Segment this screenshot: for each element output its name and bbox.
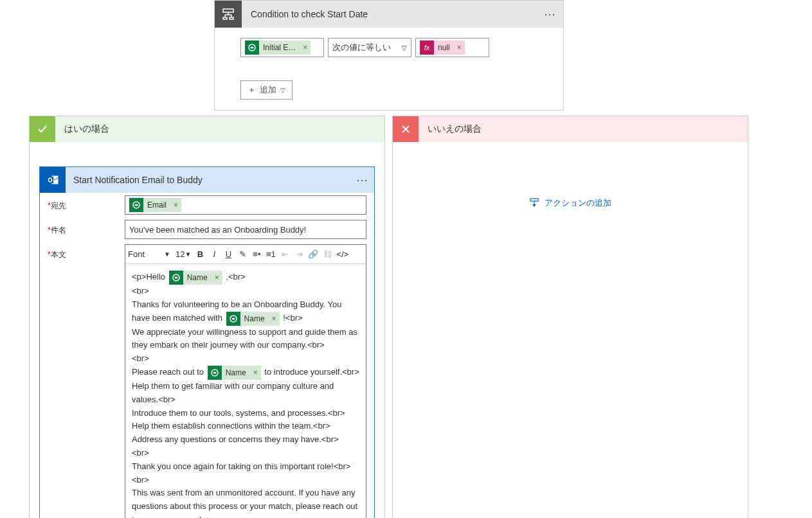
condition-operator-select[interactable]: 次の値に等しい ▽	[328, 38, 411, 57]
remove-token-icon[interactable]: ×	[170, 198, 181, 212]
dynamic-token[interactable]: Name×	[226, 312, 280, 326]
dynamic-token[interactable]: Initial E… ×	[245, 40, 311, 55]
subject-input[interactable]: You've been matched as an Onboarding Bud…	[125, 220, 366, 239]
dataverse-icon	[245, 40, 259, 55]
remove-token-icon[interactable]: ×	[212, 271, 222, 285]
close-icon	[393, 116, 419, 142]
to-label: *宛先	[48, 195, 125, 215]
check-icon	[30, 116, 55, 142]
chevron-down-icon: ▽	[280, 87, 285, 94]
condition-card: Condition to check Start Date ⋯ Initial …	[214, 0, 564, 111]
svg-rect-0	[223, 9, 233, 12]
to-input[interactable]: Email ×	[125, 195, 366, 215]
svg-rect-5	[223, 17, 227, 19]
add-condition-button[interactable]: ＋ 追加 ▽	[240, 80, 293, 100]
svg-rect-6	[230, 17, 233, 19]
condition-body: Initial E… × 次の値に等しい ▽ fx null ×	[215, 28, 563, 110]
body-content[interactable]: <p>Hello Name× ,<br> <br> Thanks for vol…	[125, 264, 366, 518]
dynamic-token[interactable]: Name×	[208, 366, 261, 380]
svg-marker-18	[532, 204, 536, 207]
numbered-list-icon[interactable]: ≡1	[264, 247, 277, 262]
remove-token-icon[interactable]: ×	[250, 366, 261, 380]
expression-token[interactable]: fx null ×	[420, 40, 465, 55]
italic-button[interactable]: I	[208, 247, 221, 262]
condition-expression-row: Initial E… × 次の値に等しい ▽ fx null ×	[240, 38, 563, 57]
action-header[interactable]: Start Notification Email to Buddy ⋯	[40, 167, 374, 193]
branches: はいの場合 Start Notification Email to Buddy …	[29, 116, 748, 518]
fontsize-select[interactable]: 12 ▼	[174, 247, 192, 262]
outlook-icon	[40, 167, 66, 193]
fx-icon: fx	[420, 40, 434, 55]
action-title: Start Notification Email to Buddy	[66, 175, 351, 185]
font-select[interactable]: Font▼	[128, 247, 173, 262]
dynamic-token[interactable]: Email ×	[129, 198, 181, 212]
subject-label: *件名	[48, 220, 125, 239]
remove-token-icon[interactable]: ×	[269, 312, 280, 326]
bullet-list-icon[interactable]: ≡•	[250, 247, 263, 262]
svg-rect-16	[530, 199, 538, 201]
remove-token-icon[interactable]: ×	[454, 40, 465, 55]
dataverse-icon	[208, 366, 222, 380]
bold-button[interactable]: B	[194, 247, 206, 262]
yes-branch: はいの場合 Start Notification Email to Buddy …	[29, 116, 385, 518]
dataverse-icon	[226, 312, 240, 326]
chevron-down-icon: ▽	[402, 44, 407, 51]
body-label: *本文	[48, 244, 125, 518]
link-icon[interactable]: 🔗	[307, 247, 320, 262]
outdent-icon[interactable]: ⇤	[278, 247, 291, 262]
no-branch: いいえの場合 アクションの追加	[392, 116, 748, 518]
condition-more-icon[interactable]: ⋯	[537, 7, 563, 21]
yes-label: はいの場合	[55, 123, 109, 135]
email-action-card: Start Notification Email to Buddy ⋯ *宛先 …	[39, 166, 375, 518]
dataverse-icon	[129, 198, 143, 212]
plus-icon: ＋	[248, 84, 256, 96]
condition-left-operand[interactable]: Initial E… ×	[240, 38, 324, 57]
yes-branch-header: はいの場合	[30, 116, 384, 142]
add-step-icon	[529, 198, 539, 208]
condition-title: Condition to check Start Date	[242, 9, 537, 19]
underline-button[interactable]: U	[222, 247, 235, 262]
dataverse-icon	[169, 271, 183, 285]
dynamic-token[interactable]: Name×	[169, 271, 222, 285]
indent-icon[interactable]: ⇥	[293, 247, 305, 262]
editor-toolbar: Font▼ 12 ▼ B I U ✎ ≡• ≡1 ⇤ ⇥	[125, 245, 366, 264]
no-label: いいえの場合	[419, 123, 482, 135]
add-action-button[interactable]: アクションの追加	[529, 197, 611, 209]
condition-icon	[215, 1, 242, 28]
code-icon[interactable]: </>	[335, 247, 350, 262]
condition-header[interactable]: Condition to check Start Date ⋯	[215, 1, 563, 28]
action-more-icon[interactable]: ⋯	[351, 173, 374, 187]
body-editor: Font▼ 12 ▼ B I U ✎ ≡• ≡1 ⇤ ⇥	[125, 244, 366, 518]
unlink-icon[interactable]: ⛓	[321, 247, 334, 262]
edit-icon[interactable]: ✎	[236, 247, 249, 262]
no-branch-header: いいえの場合	[393, 116, 748, 142]
condition-right-operand[interactable]: fx null ×	[415, 38, 489, 57]
remove-token-icon[interactable]: ×	[300, 40, 311, 55]
